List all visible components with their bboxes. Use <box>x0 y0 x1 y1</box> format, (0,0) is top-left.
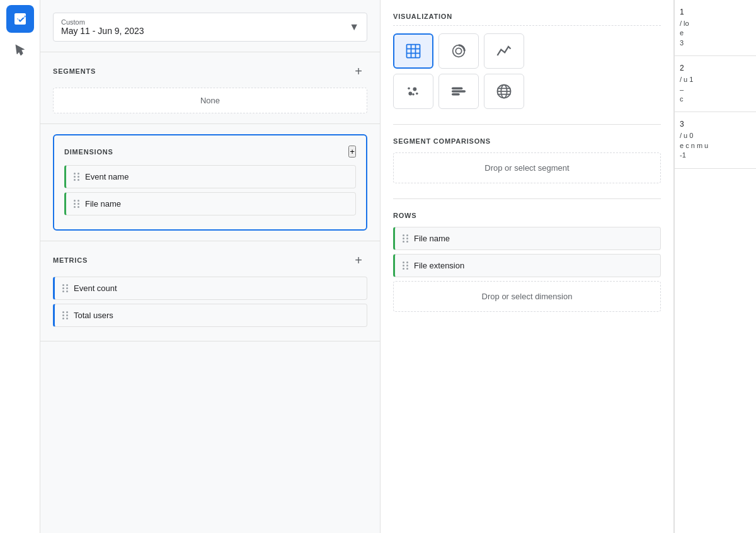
rows-title: ROWS <box>393 212 661 219</box>
segment-comparisons-section: SEGMENT COMPARISONS Drop or select segme… <box>393 137 661 183</box>
drag-handle-icon <box>74 173 80 181</box>
date-section: Custom May 11 - Jun 9, 2023 ▼ <box>40 0 380 52</box>
visualization-grid <box>393 33 661 109</box>
segment-drop-zone[interactable]: Drop or select segment <box>393 152 661 183</box>
data-row-1: 1 / loe3 <box>675 0 756 56</box>
chevron-down-icon: ▼ <box>349 21 359 33</box>
analytics-icon[interactable] <box>6 5 34 33</box>
visualization-section: VISUALIZATION <box>393 13 661 109</box>
add-dimension-button[interactable]: + <box>348 146 356 158</box>
date-range-text: May 11 - Jun 9, 2023 <box>61 26 344 36</box>
svg-point-10 <box>408 92 412 96</box>
dimensions-title: DIMENSIONS <box>64 148 113 156</box>
dimension-item-event-name[interactable]: Event name <box>64 165 356 188</box>
svg-rect-3 <box>407 45 420 58</box>
svg-point-13 <box>416 93 418 95</box>
row-item-file-name[interactable]: File name <box>393 227 661 250</box>
viz-line-button[interactable] <box>484 33 524 69</box>
date-picker[interactable]: Custom May 11 - Jun 9, 2023 ▼ <box>53 13 367 42</box>
svg-point-9 <box>455 48 461 54</box>
visualization-title: VISUALIZATION <box>393 13 661 26</box>
row-item-file-extension[interactable]: File extension <box>393 254 661 277</box>
dimension-item-file-name[interactable]: File name <box>64 192 356 215</box>
segments-section: SEGMENTS + None <box>40 52 380 124</box>
drag-handle-icon <box>403 234 409 243</box>
metrics-title: METRICS <box>53 256 88 264</box>
drag-handle-icon <box>74 200 80 208</box>
drag-handle-icon <box>403 261 409 270</box>
viz-table-button[interactable] <box>393 33 433 69</box>
dimension-file-name-label: File name <box>85 199 121 209</box>
dimensions-section: DIMENSIONS + Event name <box>53 134 367 231</box>
segment-comparisons-title: SEGMENT COMPARISONS <box>393 137 661 145</box>
svg-point-14 <box>412 93 415 96</box>
add-segment-button[interactable]: + <box>350 62 367 80</box>
svg-point-12 <box>408 88 410 90</box>
left-panel: Custom May 11 - Jun 9, 2023 ▼ SEGMENTS +… <box>40 0 381 533</box>
data-row-3-text: / u 0e c n m u-1 <box>680 131 751 160</box>
metric-total-users-label: Total users <box>74 311 113 320</box>
drag-handle-icon <box>62 284 69 292</box>
metrics-section: METRICS + Event count Total users <box>40 241 380 341</box>
viz-globe-button[interactable] <box>484 74 524 109</box>
dimension-event-name-label: Event name <box>85 172 129 181</box>
data-panel: 1 / loe3 2 / u 1–c 3 / u 0e c n m u-1 <box>674 0 756 533</box>
dimension-drop-zone[interactable]: Drop or select dimension <box>393 281 661 312</box>
row-file-name-label: File name <box>414 234 450 243</box>
cursor-icon[interactable] <box>6 35 34 63</box>
right-panel: VISUALIZATION <box>381 0 674 533</box>
metric-item-event-count[interactable]: Event count <box>53 277 367 300</box>
svg-point-11 <box>413 88 416 91</box>
date-custom-label: Custom <box>61 18 344 26</box>
data-row-2-text: / u 1–c <box>680 75 751 104</box>
segments-title: SEGMENTS <box>53 67 96 75</box>
data-row-1-text: / loe3 <box>680 19 751 48</box>
drag-handle-icon <box>62 311 69 319</box>
add-metric-button[interactable]: + <box>350 251 367 269</box>
metric-item-total-users[interactable]: Total users <box>53 304 367 327</box>
rows-section: ROWS File name File extension Drop or se… <box>393 212 661 312</box>
sidebar <box>0 0 40 533</box>
main-content: Custom May 11 - Jun 9, 2023 ▼ SEGMENTS +… <box>40 0 756 533</box>
dimensions-section-wrapper: DIMENSIONS + Event name <box>40 124 380 241</box>
viz-donut-button[interactable] <box>438 33 479 69</box>
viz-scatter-button[interactable] <box>393 74 433 109</box>
data-row-2: 2 / u 1–c <box>675 56 756 112</box>
segments-none[interactable]: None <box>53 88 367 113</box>
metric-event-count-label: Event count <box>74 284 117 293</box>
row-file-extension-label: File extension <box>414 261 464 270</box>
data-row-1-num: 1 <box>680 8 751 16</box>
viz-bar-horizontal-button[interactable] <box>438 74 479 109</box>
data-row-3-num: 3 <box>680 120 751 129</box>
data-row-3: 3 / u 0e c n m u-1 <box>675 112 756 168</box>
data-row-2-num: 2 <box>680 64 751 72</box>
